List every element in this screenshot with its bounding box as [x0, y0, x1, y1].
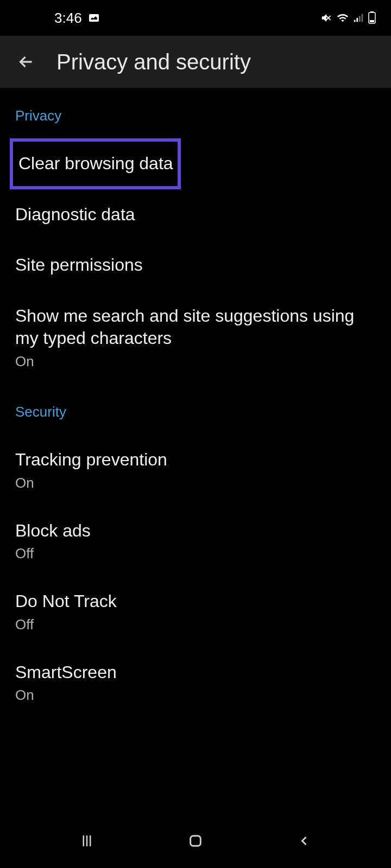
- setting-title: Do Not Track: [15, 590, 376, 613]
- section-header-security: Security: [15, 384, 376, 435]
- setting-title: Block ads: [15, 520, 376, 542]
- battery-icon: [368, 11, 376, 24]
- setting-block-ads[interactable]: Block ads Off: [15, 506, 376, 577]
- setting-search-suggestions[interactable]: Show me search and site suggestions usin…: [15, 291, 376, 384]
- page-title: Privacy and security: [56, 50, 251, 74]
- back-nav-button[interactable]: [291, 827, 318, 854]
- content: Privacy Clear browsing data Diagnostic d…: [0, 88, 391, 718]
- setting-status: Off: [15, 545, 376, 562]
- setting-title: Clear browsing data: [15, 152, 173, 175]
- app-bar: Privacy and security: [0, 36, 391, 88]
- setting-status: On: [15, 475, 376, 492]
- status-time: 3:46: [54, 10, 82, 27]
- setting-status: Off: [15, 616, 376, 633]
- setting-status: On: [15, 687, 376, 704]
- mute-icon: [320, 12, 332, 24]
- svg-rect-4: [362, 14, 363, 22]
- setting-title: Tracking prevention: [15, 449, 376, 471]
- svg-rect-3: [359, 16, 361, 22]
- setting-diagnostic-data[interactable]: Diagnostic data: [15, 189, 376, 240]
- setting-title: SmartScreen: [15, 661, 376, 684]
- back-button[interactable]: [15, 51, 37, 73]
- setting-title: Diagnostic data: [15, 203, 376, 226]
- status-bar: 3:46: [0, 0, 391, 36]
- section-header-privacy: Privacy: [15, 88, 376, 138]
- setting-do-not-track[interactable]: Do Not Track Off: [15, 576, 376, 647]
- wifi-icon: [336, 12, 350, 24]
- setting-clear-browsing-data[interactable]: Clear browsing data: [10, 138, 181, 189]
- setting-title: Site permissions: [15, 254, 376, 277]
- setting-site-permissions[interactable]: Site permissions: [15, 240, 376, 291]
- svg-rect-1: [354, 20, 356, 22]
- screenshot-icon: [87, 11, 100, 24]
- setting-title: Show me search and site suggestions usin…: [15, 305, 376, 350]
- svg-rect-11: [191, 836, 201, 846]
- status-right: [320, 11, 376, 24]
- setting-tracking-prevention[interactable]: Tracking prevention On: [15, 435, 376, 506]
- home-button[interactable]: [182, 827, 209, 854]
- setting-status: On: [15, 353, 376, 370]
- setting-smartscreen[interactable]: SmartScreen On: [15, 647, 376, 718]
- status-left: 3:46: [54, 10, 100, 27]
- recents-button[interactable]: [73, 827, 100, 854]
- signal-icon: [353, 12, 365, 24]
- svg-rect-7: [370, 20, 374, 22]
- svg-rect-2: [356, 18, 358, 22]
- system-nav-bar: [0, 825, 391, 868]
